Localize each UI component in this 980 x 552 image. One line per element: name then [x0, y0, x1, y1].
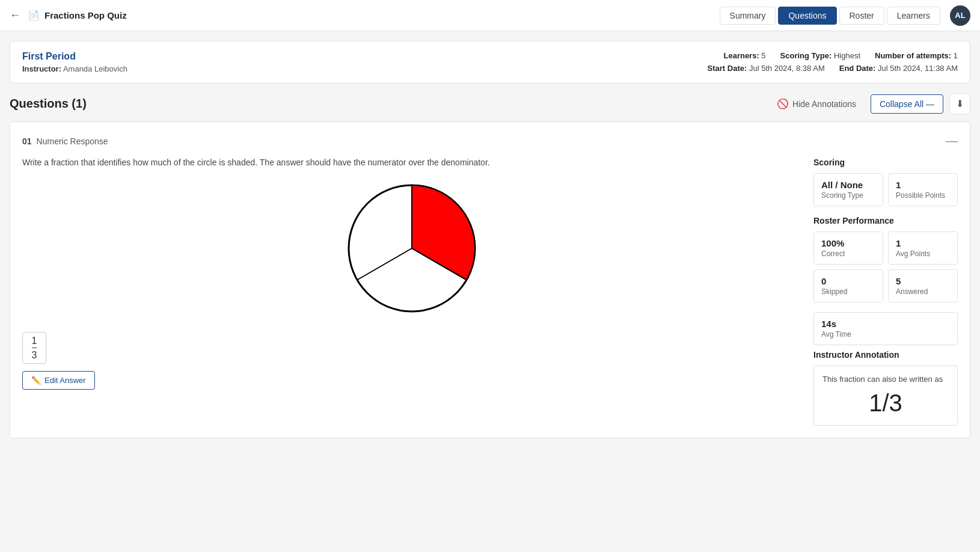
end-date-info: End Date: Jul 5th 2024, 11:38 AM: [839, 64, 958, 73]
questions-header: Questions (1) 🚫 Hide Annotations Collaps…: [10, 93, 970, 114]
fraction-numerator: 1: [32, 335, 37, 348]
instructor-line: Instructor: Amanda Leibovich: [22, 64, 127, 73]
roster-performance-title: Roster Performance: [813, 216, 958, 225]
question-label: 01 Numeric Response: [22, 136, 108, 146]
info-row-2: Start Date: Jul 5th 2024, 8:38 AM End Da…: [708, 64, 958, 73]
annotation-fraction: 1/3: [822, 390, 949, 417]
avg-points-cell: 1 Avg Points: [888, 232, 958, 265]
skipped-value: 0: [821, 276, 875, 286]
annotation-title: Instructor Annotation: [813, 350, 958, 360]
answered-label: Answered: [896, 287, 950, 296]
possible-points-cell: 1 Possible Points: [888, 173, 958, 206]
page-title: Fractions Pop Quiz: [44, 10, 720, 20]
start-date-value: Jul 5th 2024, 8:38 AM: [749, 64, 825, 73]
info-card: First Period Instructor: Amanda Leibovic…: [10, 41, 970, 84]
download-button[interactable]: ⬇: [949, 93, 970, 114]
collapse-all-label: Collapse All —: [880, 99, 934, 109]
annotation-box: This fraction can also be written as 1/3: [813, 366, 958, 426]
questions-title: Questions (1): [10, 97, 87, 111]
info-right: Learners: 5 Scoring Type: Highest Number…: [708, 51, 958, 73]
scoring-grid: All / None Scoring Type 1 Possible Point…: [813, 173, 958, 206]
header-nav: Summary Questions Roster Learners AL: [720, 5, 970, 26]
edit-icon: ✏️: [31, 376, 41, 385]
start-date-label: Start Date:: [708, 64, 747, 73]
avg-time-cell: 14s Avg Time: [813, 312, 958, 345]
collapse-question-icon[interactable]: —: [946, 134, 958, 148]
scoring-type-value: All / None: [821, 180, 875, 190]
header: ← 📄 Fractions Pop Quiz Summary Questions…: [0, 0, 980, 31]
avatar: AL: [950, 5, 970, 26]
info-left: First Period Instructor: Amanda Leibovic…: [22, 51, 127, 73]
answered-value: 5: [896, 276, 950, 286]
back-button[interactable]: ←: [10, 9, 20, 22]
learners-info: Learners: 5: [723, 51, 765, 60]
doc-icon: 📄: [28, 10, 40, 21]
question-body: Write a fraction that identifies how muc…: [22, 158, 958, 426]
attempts-label: Number of attempts:: [875, 51, 951, 60]
class-name: First Period: [22, 51, 127, 62]
annotation-text: This fraction can also be written as: [822, 375, 949, 384]
attempts-value: 1: [954, 51, 958, 60]
nav-learners[interactable]: Learners: [887, 7, 940, 25]
possible-points-value: 1: [896, 180, 950, 190]
edit-answer-label: Edit Answer: [44, 376, 86, 385]
answered-cell: 5 Answered: [888, 269, 958, 302]
avg-time-value: 14s: [821, 319, 950, 329]
download-icon: ⬇: [956, 99, 964, 109]
avg-points-label: Avg Points: [896, 250, 950, 258]
fraction-answer: 1 3: [22, 332, 46, 364]
skipped-cell: 0 Skipped: [813, 269, 883, 302]
question-prompt: Write a fraction that identifies how muc…: [22, 158, 801, 167]
nav-roster[interactable]: Roster: [839, 7, 884, 25]
scoring-type-value: Highest: [834, 51, 860, 60]
start-date-info: Start Date: Jul 5th 2024, 8:38 AM: [708, 64, 825, 73]
scoring-type-info: Scoring Type: Highest: [780, 51, 860, 60]
scoring-type-label: Scoring Type: [821, 191, 875, 200]
questions-actions: 🚫 Hide Annotations Collapse All — ⬇: [768, 93, 970, 114]
nav-questions[interactable]: Questions: [778, 7, 836, 25]
info-row-1: Learners: 5 Scoring Type: Highest Number…: [708, 51, 958, 60]
hide-annotations-button[interactable]: 🚫 Hide Annotations: [768, 94, 865, 114]
pie-chart-area: [22, 179, 801, 317]
instructor-label: Instructor:: [22, 64, 61, 73]
nav-summary[interactable]: Summary: [720, 7, 776, 25]
question-type: Numeric Response: [37, 136, 108, 146]
instructor-name: Amanda Leibovich: [63, 64, 127, 73]
learners-value: 5: [761, 51, 765, 60]
correct-value: 100%: [821, 238, 875, 248]
question-content: Write a fraction that identifies how muc…: [22, 158, 801, 426]
collapse-all-button[interactable]: Collapse All —: [871, 94, 943, 114]
scoring-title: Scoring: [813, 158, 958, 167]
fraction-denominator: 3: [32, 348, 37, 361]
avg-points-value: 1: [896, 238, 950, 248]
question-card: 01 Numeric Response — Write a fraction t…: [10, 121, 970, 438]
possible-points-label: Possible Points: [896, 191, 950, 200]
correct-label: Correct: [821, 250, 875, 258]
end-date-label: End Date:: [839, 64, 876, 73]
scoring-type-label: Scoring Type:: [780, 51, 832, 60]
skipped-label: Skipped: [821, 287, 875, 296]
correct-cell: 100% Correct: [813, 232, 883, 265]
attempts-info: Number of attempts: 1: [875, 51, 958, 60]
edit-answer-button[interactable]: ✏️ Edit Answer: [22, 371, 95, 390]
roster-perf-grid: 100% Correct 1 Avg Points 0 Skipped 5 An…: [813, 232, 958, 302]
question-top: 01 Numeric Response —: [22, 134, 958, 148]
learners-label: Learners:: [723, 51, 759, 60]
question-number: 01: [22, 136, 32, 146]
hide-annotations-icon: 🚫: [777, 98, 789, 109]
end-date-value: Jul 5th 2024, 11:38 AM: [878, 64, 958, 73]
scoring-sidebar: Scoring All / None Scoring Type 1 Possib…: [813, 158, 958, 426]
pie-chart: [343, 179, 481, 317]
avg-time-label: Avg Time: [821, 330, 950, 339]
hide-annotations-label: Hide Annotations: [792, 99, 856, 109]
scoring-type-cell: All / None Scoring Type: [813, 173, 883, 206]
